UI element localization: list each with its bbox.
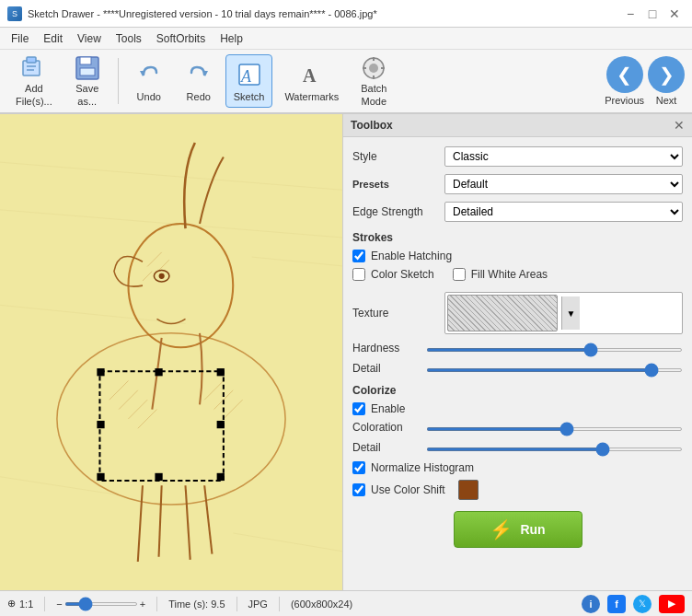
toolbox-title: Toolbox (351, 119, 393, 132)
edge-strength-control: Detailed Normal Soft (444, 202, 683, 222)
save-as-label: Save (75, 83, 98, 94)
zoom-plus[interactable]: + (140, 599, 145, 610)
normalize-histogram-checkbox[interactable] (352, 461, 365, 474)
color-shift-checkbox[interactable] (352, 483, 365, 496)
previous-button[interactable]: ❮ (606, 56, 643, 93)
menu-view[interactable]: View (70, 30, 109, 47)
presets-select[interactable]: Default Light Dark (444, 174, 683, 194)
maximize-button[interactable]: □ (642, 4, 663, 24)
add-files-label: Add (25, 83, 43, 94)
style-control: Classic Pencil Charcoal (444, 146, 683, 167)
watermarks-button[interactable]: A Watermarks (276, 54, 347, 108)
save-as-icon (73, 55, 102, 81)
canvas-area[interactable] (0, 114, 342, 590)
presets-control: Default Light Dark (444, 174, 683, 194)
zoom-slider[interactable] (64, 602, 138, 606)
previous-label: Previous (605, 95, 644, 106)
title-bar: S Sketch Drawer - ****Unregistered versi… (0, 0, 692, 28)
fill-white-label[interactable]: Fill White Areas (471, 268, 548, 281)
batch-mode-button[interactable]: Batch Mode (351, 54, 397, 108)
status-sep-3 (236, 597, 237, 611)
strokes-section-title: Strokes (352, 231, 683, 244)
close-button[interactable]: ✕ (664, 4, 685, 24)
run-button[interactable]: ⚡ Run (454, 511, 582, 548)
sketch-button[interactable]: A Sketch (225, 54, 273, 108)
svg-rect-1 (27, 57, 36, 63)
undo-button[interactable]: Undo (126, 54, 172, 108)
enable-hatching-checkbox[interactable] (352, 250, 365, 262)
enable-hatching-label[interactable]: Enable Hatching (371, 250, 452, 262)
status-dimensions: (600x800x24) (291, 599, 352, 610)
facebook-icon[interactable]: f (607, 595, 626, 613)
youtube-icon[interactable]: ▶ (659, 595, 685, 613)
svg-point-13 (369, 64, 378, 73)
sketch-icon: A (235, 60, 264, 89)
presets-label: Presets (352, 178, 444, 191)
svg-rect-6 (80, 68, 95, 76)
status-ratio: ⊕ 1:1 (7, 598, 33, 610)
color-shift-row: Use Color Shift (352, 480, 683, 500)
menu-tools[interactable]: Tools (109, 30, 149, 47)
redo-button[interactable]: Redo (176, 54, 222, 108)
info-icon[interactable]: i (582, 595, 600, 613)
status-right: i f 𝕏 ▶ (582, 595, 685, 613)
menu-edit[interactable]: Edit (36, 30, 70, 47)
colorize-detail-slider[interactable] (426, 447, 683, 451)
color-swatch[interactable] (458, 480, 479, 500)
add-files-label2: File(s)... (16, 96, 52, 107)
toolbar-nav: ❮ Previous ❯ Next (605, 56, 685, 106)
redo-icon (184, 60, 213, 89)
detail-label: Detail (352, 362, 426, 375)
hardness-row: Hardness (352, 342, 683, 354)
status-time: Time (s): 9.5 (168, 599, 225, 610)
menu-bar: File Edit View Tools SoftOrbits Help (0, 28, 692, 50)
color-sketch-label[interactable]: Color Sketch (371, 268, 434, 281)
color-sketch-checkbox[interactable] (352, 268, 365, 281)
detail-slider[interactable] (426, 368, 683, 372)
svg-text:A: A (303, 65, 317, 86)
batch-label: Batch (361, 83, 386, 94)
fill-white-checkbox[interactable] (453, 268, 466, 281)
add-files-button[interactable]: Add File(s)... (7, 54, 61, 108)
enable-hatching-row: Enable Hatching (352, 250, 683, 262)
menu-softorbits[interactable]: SoftOrbits (149, 30, 213, 47)
edge-strength-select[interactable]: Detailed Normal Soft (444, 202, 683, 222)
toolbox-close-button[interactable]: ✕ (674, 118, 685, 133)
normalize-histogram-label[interactable]: Normalize Histogram (371, 461, 474, 474)
svg-rect-44 (97, 368, 104, 376)
twitter-icon[interactable]: 𝕏 (633, 595, 652, 613)
status-sep-1 (44, 597, 45, 611)
hardness-slider[interactable] (426, 348, 683, 352)
sketch-image (0, 114, 342, 590)
svg-rect-47 (97, 421, 104, 428)
colorize-enable-row: Enable (352, 402, 683, 415)
toolbox-panel: Toolbox ✕ Style Classic Pencil Charcoal (342, 114, 692, 590)
style-select[interactable]: Classic Pencil Charcoal (444, 146, 683, 167)
menu-file[interactable]: File (4, 30, 36, 47)
texture-select[interactable]: ▼ (444, 292, 683, 334)
toolbar-sep-1 (118, 58, 119, 104)
coloration-slider[interactable] (426, 427, 683, 431)
colorize-enable-label[interactable]: Enable (371, 402, 405, 415)
title-text: Sketch Drawer - ****Unregistered version… (28, 8, 377, 19)
menu-help[interactable]: Help (213, 30, 250, 47)
minimize-button[interactable]: − (620, 4, 640, 24)
detail-row: Detail (352, 362, 683, 375)
save-as-label2: as... (77, 96, 97, 107)
svg-rect-49 (97, 473, 104, 481)
batch-mode-icon (359, 55, 388, 81)
color-shift-label[interactable]: Use Color Shift (371, 483, 445, 496)
svg-rect-48 (217, 421, 225, 428)
texture-preview (447, 295, 558, 331)
redo-label: Redo (187, 91, 211, 102)
colorize-enable-checkbox[interactable] (352, 402, 365, 415)
hardness-label: Hardness (352, 342, 426, 354)
toolbox-content: Style Classic Pencil Charcoal Presets (343, 137, 692, 557)
save-as-button[interactable]: Save as... (64, 54, 110, 108)
detail-slider-container (426, 362, 683, 375)
next-button[interactable]: ❯ (648, 56, 685, 93)
texture-dropdown-btn[interactable]: ▼ (561, 296, 580, 330)
zoom-control: − + (56, 599, 145, 610)
edge-strength-label: Edge Strength (352, 205, 444, 218)
zoom-minus[interactable]: − (56, 599, 62, 610)
